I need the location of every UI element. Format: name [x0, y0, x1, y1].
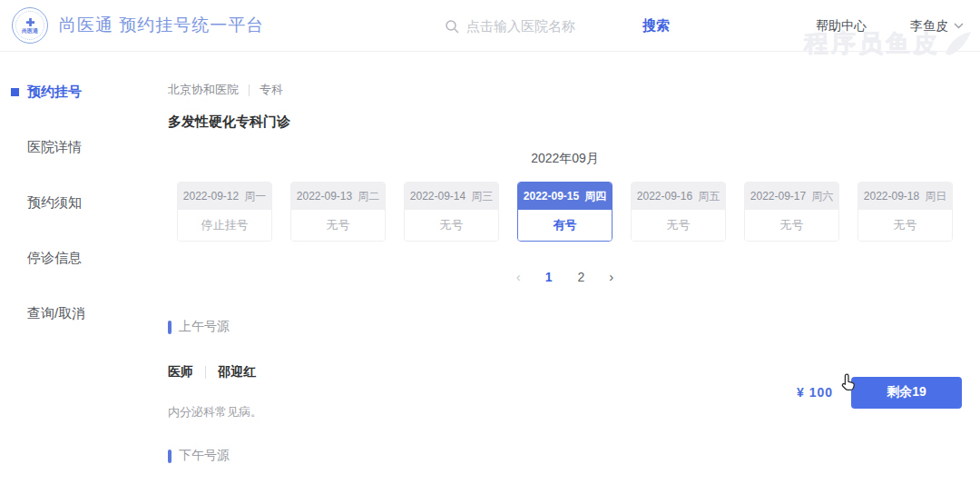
afternoon-section-header: 下午号源: [168, 448, 962, 464]
search-bar: 搜索: [445, 0, 670, 52]
logo-seal-icon: 尚医通: [12, 7, 48, 44]
breadcrumb: 北京协和医院 专科: [168, 82, 962, 98]
logo-ring: [15, 11, 44, 40]
doctor-divider: [205, 366, 206, 379]
date-card[interactable]: 2022-09-13周二 无号: [290, 182, 386, 242]
breadcrumb-department[interactable]: 专科: [260, 82, 283, 98]
sidebar-item-hospital-detail[interactable]: 医院详情: [0, 120, 168, 175]
pagination-next-icon[interactable]: ›: [603, 267, 619, 286]
sidebar-item-suspension-info[interactable]: 停诊信息: [0, 231, 168, 286]
doctor-description: 内分泌科常见病。: [168, 404, 262, 420]
page: 尚医通 尚医通 预约挂号统一平台 搜索 帮助中心 李鱼皮: [0, 0, 980, 504]
weekday-label: 周五: [698, 189, 720, 204]
weekday-label: 周一: [244, 189, 266, 204]
sidebar-item-booking-notice[interactable]: 预约须知: [0, 175, 168, 231]
date-label: 2022-09-18: [864, 190, 919, 203]
breadcrumb-divider: [249, 84, 250, 96]
doctor-name: 邵迎红: [218, 364, 256, 380]
afternoon-section-label: 下午号源: [179, 448, 230, 464]
sidebar: 预约挂号 医院详情 预约须知 停诊信息 查询/取消: [0, 52, 168, 341]
header: 尚医通 尚医通 预约挂号统一平台 搜索 帮助中心 李鱼皮: [0, 0, 980, 52]
section-bar-icon: [168, 450, 172, 463]
brand[interactable]: 尚医通 尚医通 预约挂号统一平台: [12, 7, 264, 44]
doctor-row: 医师 邵迎红 内分泌科常见病。 ¥ 100 剩余19: [168, 364, 962, 420]
pagination-page-1[interactable]: 1: [539, 268, 559, 286]
sidebar-item-label: 医院详情: [27, 139, 82, 156]
date-card-selected[interactable]: 2022-09-15周四 有号: [517, 182, 612, 242]
weekday-label: 周四: [584, 189, 606, 204]
month-label: 2022年09月: [168, 151, 962, 167]
status-label: 无号: [745, 210, 838, 241]
pagination-prev-icon[interactable]: ‹: [511, 267, 526, 286]
help-center-link[interactable]: 帮助中心: [816, 18, 867, 35]
breadcrumb-hospital[interactable]: 北京协和医院: [168, 82, 239, 98]
chevron-down-icon: [954, 23, 964, 29]
date-label: 2022-09-12: [183, 190, 239, 203]
weekday-label: 周三: [471, 189, 493, 204]
date-label: 2022-09-16: [637, 190, 692, 203]
status-label: 无号: [632, 210, 725, 241]
main-content: 北京协和医院 专科 多发性硬化专科门诊 2022年09月 2022-09-12周…: [168, 52, 980, 464]
doctor-booking: ¥ 100 剩余19: [797, 377, 962, 409]
active-square-icon: [11, 88, 19, 96]
remaining-tickets-button[interactable]: 剩余19: [851, 377, 962, 409]
date-card[interactable]: 2022-09-16周五 无号: [631, 182, 726, 242]
weekday-label: 周二: [358, 189, 379, 204]
hospital-search-input[interactable]: [466, 18, 622, 34]
pagination-page-2[interactable]: 2: [572, 268, 592, 286]
user-name: 李鱼皮: [910, 18, 948, 35]
date-card[interactable]: 2022-09-12周一 停止挂号: [177, 182, 272, 242]
date-label: 2022-09-13: [297, 190, 352, 203]
sidebar-item-label: 查询/取消: [27, 305, 85, 322]
status-label: 停止挂号: [178, 210, 271, 241]
doctor-info: 医师 邵迎红 内分泌科常见病。: [168, 364, 262, 420]
date-card[interactable]: 2022-09-17周六 无号: [744, 182, 839, 242]
morning-section-label: 上午号源: [179, 319, 230, 335]
date-label: 2022-09-15: [524, 190, 579, 203]
search-button[interactable]: 搜索: [642, 17, 670, 35]
sidebar-item-label: 预约须知: [27, 194, 82, 212]
status-label: 无号: [291, 210, 385, 241]
site-title: 尚医通 预约挂号统一平台: [59, 14, 264, 37]
pagination: ‹ 1 2 ›: [168, 267, 962, 286]
weekday-label: 周日: [925, 189, 946, 204]
search-icon: [445, 19, 459, 34]
date-card[interactable]: 2022-09-18周日 无号: [858, 182, 953, 242]
doctor-role-label: 医师: [168, 364, 193, 380]
weekday-label: 周六: [811, 189, 833, 204]
sidebar-item-label: 预约挂号: [27, 84, 82, 101]
user-menu[interactable]: 李鱼皮: [910, 18, 964, 35]
sidebar-item-label: 停诊信息: [27, 250, 82, 267]
sidebar-item-booking[interactable]: 预约挂号: [0, 64, 168, 120]
header-right: 帮助中心 李鱼皮: [816, 0, 964, 52]
date-card-row: 2022-09-12周一 停止挂号 2022-09-13周二 无号 2022-0…: [168, 182, 962, 242]
date-card[interactable]: 2022-09-14周三 无号: [404, 182, 499, 242]
morning-section-header: 上午号源: [168, 319, 962, 335]
section-bar-icon: [168, 321, 172, 334]
department-title: 多发性硬化专科门诊: [168, 114, 962, 131]
status-label: 无号: [405, 210, 498, 241]
status-label: 无号: [858, 210, 952, 241]
date-label: 2022-09-14: [410, 190, 466, 203]
status-label: 有号: [518, 210, 612, 241]
date-label: 2022-09-17: [750, 190, 806, 203]
sidebar-item-query-cancel[interactable]: 查询/取消: [0, 286, 168, 341]
price-label: ¥ 100: [797, 385, 833, 400]
